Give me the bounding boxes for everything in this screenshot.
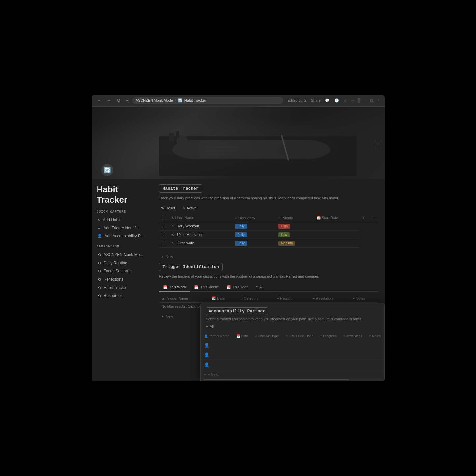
add-accountability-icon: 👤 (98, 234, 102, 238)
year-icon: 📅 (226, 285, 231, 289)
breadcrumb-root: ASCNZEN Monk Mode (136, 98, 173, 102)
add-accountability-row[interactable]: + + New (201, 370, 384, 378)
resources-label: Resources (104, 294, 123, 298)
col-acc-notes: ≡ Notes (366, 332, 384, 340)
list-item: 👤 (201, 350, 384, 360)
week-icon: 📅 (163, 285, 168, 289)
accountability-table: 👤 Partner Name 📅 Date ○ Check-in Type ≡ … (201, 332, 384, 370)
col-next-steps: ≡ Next Steps (340, 332, 366, 340)
accountability-overlay: Accountability Partner Select a trusted … (200, 303, 385, 381)
new-tab-button[interactable]: + (125, 97, 130, 104)
add-habit-item[interactable]: ⟲ Add Habit (96, 216, 149, 224)
sidebar-item-resources[interactable]: ⟲ Resources (96, 292, 149, 300)
habits-tracker-header: Habits Tracker (159, 184, 202, 193)
sidebar-item-focus-sessions[interactable]: ⟲ Focus Sessions (96, 267, 149, 275)
habit-name-2: 30mn walk (177, 241, 194, 245)
table-row: ⟲ 10mn Meditation Daily Low (159, 231, 378, 239)
sidebar-item-monk-mode[interactable]: ⟲ ASCNZEN Monk Mo... (96, 251, 149, 259)
add-trigger-item[interactable]: ▲ Add Trigger identific... (96, 224, 149, 232)
clock-icon[interactable]: 🕐 (333, 98, 340, 103)
col-add[interactable]: + (360, 214, 370, 222)
comment-icon[interactable]: 💬 (324, 98, 331, 103)
tab-this-week[interactable]: 📅 This Week (159, 283, 190, 292)
reset-button[interactable]: ⟲ Reset (159, 205, 177, 211)
forward-button[interactable]: → (105, 97, 113, 104)
col-more[interactable]: ··· (370, 214, 378, 222)
minimize-button[interactable]: – (362, 98, 367, 103)
scrollbar-area[interactable] (201, 378, 384, 381)
add-new-icon: + (162, 255, 164, 259)
col-partner-name: 👤 Partner Name (201, 332, 233, 340)
tab-this-month[interactable]: 📅 This Month (190, 283, 222, 292)
scrollbar-thumb[interactable] (204, 379, 349, 380)
svg-text:字字字字字字字字字字字字: 字字字字字字字字字字字字 (205, 146, 237, 149)
star-icon[interactable]: ☆ (342, 98, 348, 103)
priority-badge-0: High (278, 224, 291, 229)
habit-name-header: Habit Name (175, 216, 194, 220)
monk-mode-icon: ⟲ (98, 252, 101, 257)
add-habit-label: Add Habit (103, 218, 121, 222)
col-reaction: ≡ Reaction (274, 295, 310, 303)
add-accountability-item[interactable]: 👤 Add Accountability P... (96, 232, 149, 239)
focus-sessions-icon: ⟲ (98, 269, 101, 274)
reset-icon: ⟲ (161, 206, 164, 210)
more-button[interactable]: ··· (350, 98, 356, 103)
add-acc-icon: + (204, 372, 206, 376)
breadcrumb-page: Habit Tracker (184, 98, 206, 102)
col-checkbox (159, 214, 169, 222)
refresh-button[interactable]: ↺ (115, 97, 122, 104)
priority-header: Priority (281, 216, 293, 220)
browser-window: ← → ↺ + ASCNZEN Monk Mode / 🔄 Habit Trac… (92, 95, 385, 381)
habits-tracker-desc: Track your daily practices with the prec… (159, 195, 378, 201)
month-label: This Month (200, 285, 218, 289)
sync-icon: ⟲ (171, 241, 174, 245)
close-button[interactable]: × (376, 98, 380, 103)
url-bar[interactable]: ASCNZEN Monk Mode / 🔄 Habit Tracker (132, 97, 284, 104)
add-trigger-icon: ▲ (98, 226, 101, 230)
daily-routine-label: Daily Routine (104, 261, 127, 265)
habits-toolbar: ⟲ Reset ○ Active (159, 205, 378, 211)
daily-routine-icon: ⟲ (98, 261, 101, 266)
trigger-desc: Review the triggers of your distractions… (159, 274, 378, 279)
reflections-icon: ⟲ (98, 277, 101, 282)
frequency-badge-2: Daily (235, 241, 247, 246)
row-checkbox-2[interactable] (162, 241, 166, 245)
add-habit-row[interactable]: + New (159, 253, 378, 260)
page-title: Habit Tracker (96, 184, 149, 205)
sidebar-item-habit-tracker[interactable]: ⟲ Habit Tracker (96, 284, 149, 292)
accountability-header: Accountability Partner Select a trusted … (201, 303, 384, 332)
sync-icon: ⟲ (171, 233, 174, 237)
svg-rect-9 (169, 133, 174, 141)
back-button[interactable]: ← (96, 97, 103, 104)
add-trigger-icon: + (162, 314, 164, 318)
trigger-filter-tabs: 📅 This Week 📅 This Month 📅 This Year (159, 283, 378, 292)
accountability-filter[interactable]: ≡ All (206, 323, 379, 329)
accountability-title: Accountability Partner (206, 307, 268, 315)
person-icon-2: 👤 (204, 362, 209, 367)
select-all-checkbox[interactable] (162, 216, 166, 220)
col-acc-date: 📅 Date (233, 332, 252, 340)
priority-icon: ○ (278, 216, 281, 220)
sidebar-item-reflections[interactable]: ⟲ Reflections (96, 276, 149, 283)
reflections-label: Reflections (104, 277, 123, 282)
all-label: All (259, 285, 263, 289)
accountability-desc: Select a trusted companion to keep you s… (206, 317, 379, 321)
scroll-indicator (375, 141, 381, 145)
habit-tracker-icon: ⟲ (98, 285, 101, 290)
habit-tracker-label: Habit Tracker (104, 285, 127, 290)
sidebar-item-daily-routine[interactable]: ⟲ Daily Routine (96, 259, 149, 267)
row-checkbox-0[interactable] (162, 224, 166, 228)
share-button[interactable]: Share (310, 98, 322, 103)
sync-icon: ⟲ (171, 216, 174, 220)
tab-all[interactable]: ≡ All (252, 283, 267, 292)
tab-this-year[interactable]: 📅 This Year (222, 283, 252, 292)
active-filter-button[interactable]: ○ Active (181, 205, 199, 211)
add-new-label: New (166, 255, 173, 259)
month-icon: 📅 (194, 285, 199, 289)
row-checkbox-1[interactable] (162, 233, 166, 237)
maximize-button[interactable]: □ (369, 98, 374, 103)
add-accountability-label: Add Accountability P... (105, 234, 144, 238)
priority-badge-2: Medium (278, 241, 295, 246)
col-category: ○ Category (238, 295, 274, 303)
add-trigger-label: New (166, 314, 173, 318)
